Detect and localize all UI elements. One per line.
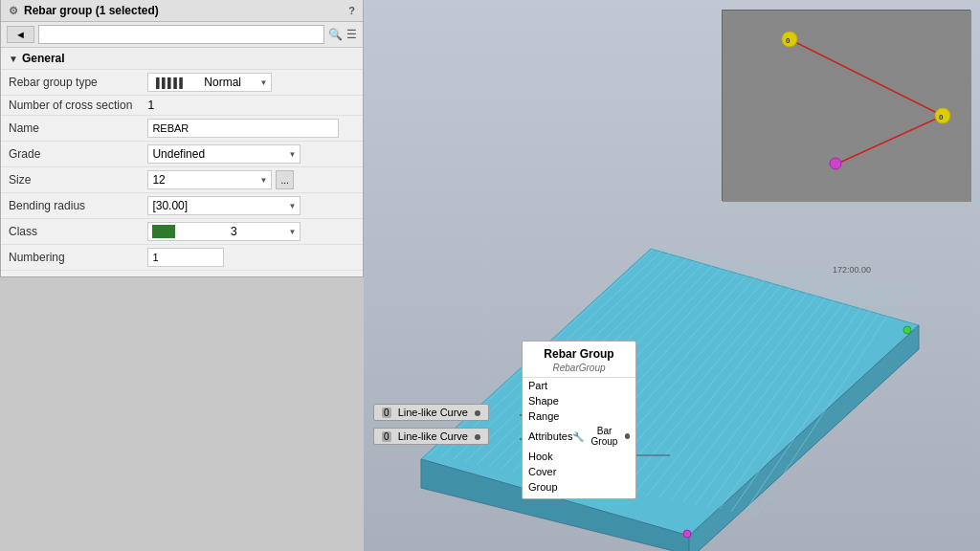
- class-color-indicator: [152, 225, 175, 238]
- svg-point-32: [598, 347, 608, 357]
- bending-radius-arrow: ▼: [288, 202, 296, 210]
- prop-value-numbering: [140, 245, 363, 271]
- filter-button[interactable]: ☰: [346, 28, 357, 41]
- prop-label-size: Size: [1, 167, 140, 193]
- search-input[interactable]: [38, 25, 324, 44]
- prop-value-bending-radius: [30.00] ▼: [140, 193, 363, 219]
- prop-value-rebar-group-type: ▐▐▐▐▐ Normal ▼: [140, 70, 363, 96]
- prop-value-size: 12 ▼ ...: [140, 167, 363, 193]
- svg-rect-36: [723, 11, 971, 202]
- prop-value-name: [140, 116, 363, 142]
- svg-text:172:00.00: 172:00.00: [833, 265, 871, 275]
- prop-row-cross-section: Number of cross section 1: [1, 96, 363, 116]
- panel-toolbar: ◄ 🔍 ☰: [1, 22, 363, 48]
- prop-label-name: Name: [1, 116, 140, 142]
- prop-label-grade: Grade: [1, 142, 140, 167]
- svg-text:0: 0: [939, 113, 944, 121]
- svg-text:0: 0: [786, 36, 791, 45]
- search-button[interactable]: 🔍: [328, 28, 343, 41]
- size-arrow: ▼: [259, 176, 267, 185]
- inset-viewport: 0 0: [722, 10, 970, 201]
- class-value: 3: [231, 225, 237, 238]
- size-control: 12 ▼ ...: [147, 170, 355, 189]
- bending-radius-value: [30.00]: [152, 199, 188, 212]
- prop-row-numbering: Numbering: [1, 245, 363, 271]
- numbering-input[interactable]: [147, 248, 224, 267]
- svg-point-43: [830, 158, 841, 169]
- class-arrow: ▼: [288, 228, 296, 236]
- rebar-group-type-value: Normal: [204, 76, 241, 89]
- general-section-header[interactable]: ▼ General: [1, 48, 363, 70]
- properties-panel: ⚙ Rebar group (1 selected) ? ◄ 🔍 ☰ ▼ Gen…: [0, 0, 364, 277]
- svg-point-34: [683, 530, 691, 538]
- section-collapse-icon: ▼: [9, 54, 18, 64]
- properties-table: Rebar group type ▐▐▐▐▐ Normal ▼ Number o…: [1, 70, 363, 271]
- svg-point-33: [903, 326, 911, 334]
- grade-value: Undefined: [152, 147, 205, 161]
- rebar-group-type-dropdown[interactable]: ▐▐▐▐▐ Normal ▼: [147, 73, 272, 92]
- name-input[interactable]: [147, 119, 339, 138]
- prop-row-size: Size 12 ▼ ...: [1, 167, 363, 193]
- grade-dropdown[interactable]: Undefined ▼: [147, 144, 301, 164]
- panel-titlebar: ⚙ Rebar group (1 selected) ?: [1, 0, 363, 22]
- size-value: 12: [152, 173, 165, 187]
- cross-section-value: 1: [147, 99, 154, 112]
- prop-label-numbering: Numbering: [1, 245, 140, 271]
- prop-value-class: 3 ▼: [140, 219, 363, 245]
- grade-arrow: ▼: [288, 150, 296, 159]
- prop-label-class: Class: [1, 219, 140, 245]
- prop-row-class: Class 3 ▼: [1, 219, 363, 245]
- prop-label-cross-section: Number of cross section: [1, 96, 140, 116]
- panel-title: Rebar group (1 selected): [24, 4, 159, 17]
- prop-row-bending-radius: Bending radius [30.00] ▼: [1, 193, 363, 219]
- prop-label-rebar-group-type: Rebar group type: [1, 70, 140, 96]
- prop-value-grade: Undefined ▼: [140, 142, 363, 167]
- panel-help-button[interactable]: ?: [348, 5, 355, 16]
- prop-label-bending-radius: Bending radius: [1, 193, 140, 219]
- class-dropdown[interactable]: 3 ▼: [147, 222, 301, 241]
- prop-row-name: Name: [1, 116, 363, 142]
- prop-row-grade: Grade Undefined ▼: [1, 142, 363, 167]
- prop-value-cross-section: 1: [140, 96, 363, 116]
- section-title: General: [22, 52, 65, 65]
- back-button[interactable]: ◄: [7, 26, 34, 43]
- size-extra-button[interactable]: ...: [276, 170, 293, 189]
- bending-radius-dropdown[interactable]: [30.00] ▼: [147, 196, 301, 215]
- 3d-viewport[interactable]: 172:00.00 0 0 Rebar: [364, 0, 980, 551]
- size-dropdown[interactable]: 12 ▼: [147, 170, 272, 189]
- panel-settings-icon: ⚙: [9, 5, 18, 17]
- rebar-type-icon: ▐▐▐▐▐: [152, 77, 181, 88]
- prop-row-rebar-group-type: Rebar group type ▐▐▐▐▐ Normal ▼: [1, 70, 363, 96]
- rebar-group-type-arrow: ▼: [259, 78, 267, 87]
